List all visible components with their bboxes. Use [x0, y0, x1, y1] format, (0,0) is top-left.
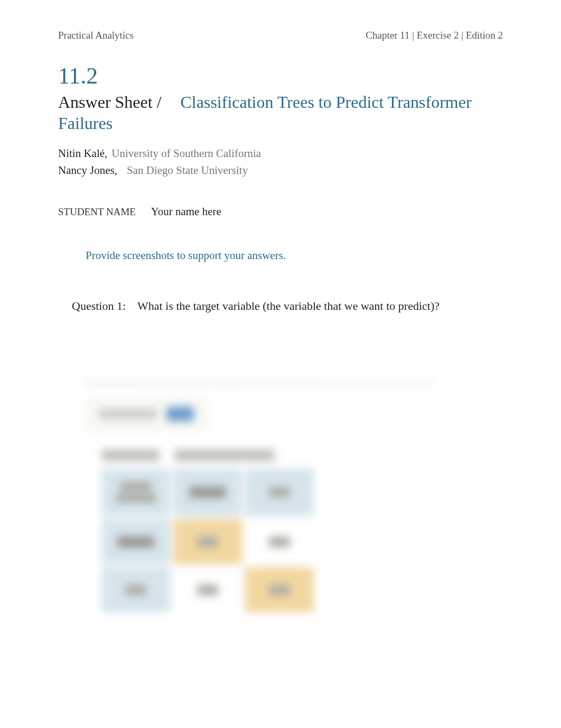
page-title: Answer Sheet / Classification Trees to P…	[58, 91, 503, 134]
student-name-row: STUDENT NAME Your name here	[58, 205, 503, 218]
blurred-screenshot	[86, 382, 434, 612]
blurred-cell-col1	[173, 468, 242, 516]
blurred-header-1	[101, 449, 160, 461]
blurred-target-variable-box	[86, 398, 207, 430]
author-affiliation-2: San Diego State University	[127, 164, 248, 177]
blurred-tabs	[86, 382, 434, 385]
author-name-2: Nancy Jones,	[58, 164, 117, 177]
header-book-title: Practical Analytics	[58, 30, 134, 41]
blurred-cell-tp	[173, 519, 242, 564]
blurred-table-headers	[101, 449, 434, 461]
student-name-label: STUDENT NAME	[58, 206, 136, 217]
blurred-cell-row1	[101, 519, 170, 564]
blurred-cell-tn	[245, 567, 314, 612]
author-affiliation-1: University of Southern California	[111, 147, 261, 160]
question-1-label: Question 1:	[72, 299, 126, 312]
header-chapter-info: Chapter 11 | Exercise 2 | Edition 2	[366, 30, 503, 41]
page-header: Practical Analytics Chapter 11 | Exercis…	[58, 30, 503, 41]
blurred-pill	[166, 407, 194, 421]
student-name-value[interactable]: Your name here	[151, 205, 221, 218]
author-row-1: Nitin Kalé,University of Southern Califo…	[58, 145, 503, 162]
blurred-cell-fn	[245, 519, 314, 564]
blurred-cell-corner	[101, 468, 170, 516]
authors-block: Nitin Kalé,University of Southern Califo…	[58, 145, 503, 179]
question-1: Question 1:What is the target variable (…	[72, 299, 503, 313]
author-row-2: Nancy Jones,San Diego State University	[58, 162, 503, 179]
blurred-cell-row2	[101, 567, 170, 612]
blurred-header-2	[174, 449, 275, 461]
blurred-cell-fp	[173, 567, 242, 612]
title-slash: /	[153, 93, 166, 112]
blurred-label	[99, 409, 157, 419]
blurred-confusion-matrix	[101, 468, 318, 612]
author-name-1: Nitin Kalé,	[58, 147, 107, 160]
question-1-text: What is the target variable (the variabl…	[137, 299, 440, 312]
document-page: Practical Analytics Chapter 11 | Exercis…	[0, 0, 561, 633]
blurred-cell-col2	[245, 468, 314, 516]
title-answer-sheet: Answer Sheet	[58, 93, 153, 112]
instruction-text: Provide screenshots to support your answ…	[86, 249, 503, 262]
section-number: 11.2	[58, 62, 503, 89]
